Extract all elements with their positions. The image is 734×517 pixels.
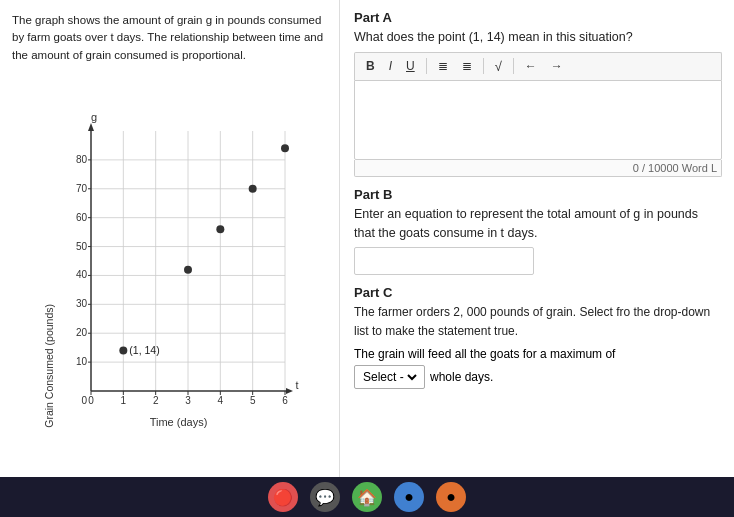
bold-button[interactable]: B — [360, 56, 381, 76]
italic-button[interactable]: I — [383, 56, 398, 76]
sqrt-button[interactable]: √ — [489, 56, 508, 77]
statement-suffix: whole days. — [430, 370, 493, 384]
toolbar-divider-1 — [426, 58, 427, 74]
taskbar: 🔴 💬 🏠 ● ● — [0, 477, 734, 517]
right-panel: Part A What does the point (1, 14) mean … — [340, 0, 734, 477]
part-a-section: Part A What does the point (1, 14) mean … — [354, 10, 722, 177]
indent-right-button[interactable]: ≣ — [456, 56, 478, 76]
part-a-answer-area[interactable] — [354, 80, 722, 160]
taskbar-icon-blue[interactable]: ● — [394, 482, 424, 512]
select-line: Select - 142 143 144 whole days. — [354, 365, 722, 389]
taskbar-icon-red[interactable]: 🔴 — [268, 482, 298, 512]
part-b-section: Part B Enter an equation to represent th… — [354, 187, 722, 276]
indent-left-button[interactable]: ≣ — [432, 56, 454, 76]
part-b-title: Part B — [354, 187, 722, 202]
part-a-title: Part A — [354, 10, 722, 25]
graph-container: Grain Consumed (pounds) Time (days) — [12, 72, 329, 469]
equation-input[interactable] — [354, 247, 534, 275]
taskbar-icon-green[interactable]: 🏠 — [352, 482, 382, 512]
problem-text: The graph shows the amount of grain g in… — [12, 12, 329, 64]
toolbar-divider-2 — [483, 58, 484, 74]
select-dropdown[interactable]: Select - 142 143 144 — [354, 365, 425, 389]
part-a-question: What does the point (1, 14) mean in this… — [354, 28, 722, 47]
redo-button[interactable]: → — [545, 56, 569, 76]
y-axis-label: Grain Consumed (pounds) — [43, 304, 55, 428]
part-c-text: The farmer orders 2, 000 pounds of grain… — [354, 303, 722, 341]
statement-prefix: The grain will feed all the goats for a … — [354, 347, 615, 361]
part-c-title: Part C — [354, 285, 722, 300]
part-b-question: Enter an equation to represent the total… — [354, 205, 722, 243]
taskbar-icon-orange[interactable]: ● — [436, 482, 466, 512]
taskbar-icon-chat[interactable]: 💬 — [310, 482, 340, 512]
x-axis-label: Time (days) — [59, 416, 299, 428]
part-c-section: Part C The farmer orders 2, 000 pounds o… — [354, 285, 722, 388]
rich-text-toolbar: B I U ≣ ≣ √ ← → — [354, 52, 722, 80]
word-count: 0 / 10000 Word L — [354, 160, 722, 177]
graph-canvas — [59, 113, 299, 413]
toolbar-divider-3 — [513, 58, 514, 74]
statement-line: The grain will feed all the goats for a … — [354, 347, 722, 361]
undo-button[interactable]: ← — [519, 56, 543, 76]
underline-button[interactable]: U — [400, 56, 421, 76]
whole-days-select[interactable]: Select - 142 143 144 — [359, 369, 420, 385]
